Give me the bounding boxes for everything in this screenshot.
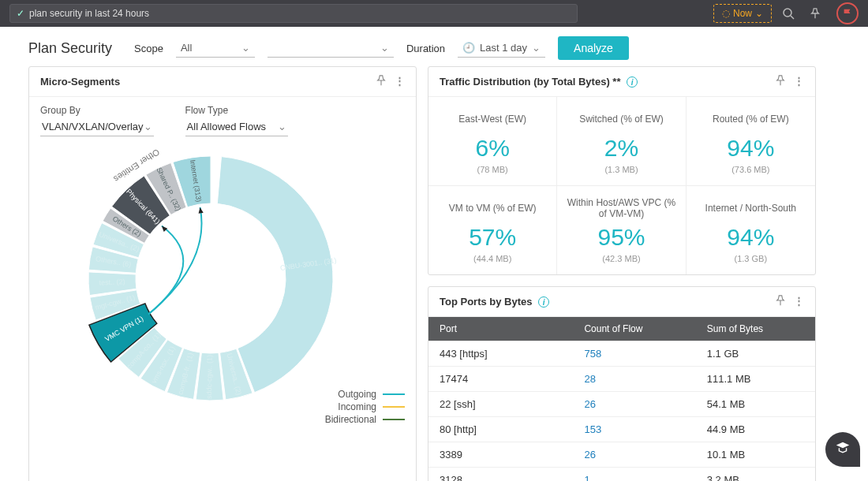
- pin-icon[interactable]: [775, 75, 786, 88]
- duration-select[interactable]: 🕘 Last 1 day ⌄: [458, 39, 545, 58]
- table-row[interactable]: 312813.2 MB: [428, 468, 815, 482]
- duration-label: Duration: [406, 43, 445, 54]
- line-icon: [383, 393, 405, 395]
- chevron-down-icon: ⌄: [144, 121, 152, 132]
- metric-sub: (44.4 MB): [436, 254, 548, 263]
- group-by-value: VLAN/VXLAN/Overlay: [42, 121, 144, 132]
- now-label: Now: [733, 8, 752, 19]
- spinner-icon: ◌: [722, 8, 730, 19]
- port-cell: 80 [http]: [428, 417, 573, 442]
- metric-cell[interactable]: Within Host/AWS VPC (% of VM-VM)95%(42.3…: [557, 186, 686, 274]
- table-row[interactable]: 443 [https]7581.1 GB: [428, 341, 815, 367]
- metric-label: East-West (EW): [436, 108, 548, 130]
- page-title: Plan Security: [28, 40, 112, 57]
- toolbar: Plan Security Scope All ⌄ ⌄ Duration 🕘 L…: [0, 27, 868, 66]
- metric-label: Internet / North-South: [694, 197, 807, 219]
- search-icon[interactable]: [778, 3, 799, 24]
- metric-label: Switched (% of EW): [565, 108, 677, 130]
- chord-chart[interactable]: CNBU-3001.. (31)Universa.. (2)sddc-cgw..…: [29, 136, 416, 428]
- table-row[interactable]: 80 [http]15344.9 MB: [428, 417, 815, 442]
- card-header: Top Ports by Bytes i ⋮: [428, 287, 815, 317]
- more-icon[interactable]: ⋮: [794, 75, 804, 88]
- svg-line-1: [791, 16, 794, 19]
- pin-icon[interactable]: [376, 75, 387, 88]
- analyze-button[interactable]: Analyze: [558, 36, 629, 60]
- metric-cell[interactable]: Routed (% of EW)94%(73.6 MB): [687, 97, 815, 186]
- metric-value: 94%: [694, 224, 807, 251]
- count-cell[interactable]: 26: [573, 442, 695, 468]
- group-by-label: Group By: [40, 105, 154, 116]
- metric-sub: (1.3 GB): [694, 254, 807, 263]
- chevron-down-icon: ⌄: [278, 121, 286, 132]
- chord-legend: Outgoing Incoming Bidirectional: [325, 389, 405, 427]
- flow-type-select[interactable]: All Allowed Flows ⌄: [185, 117, 288, 136]
- line-icon: [383, 406, 405, 408]
- search-input[interactable]: ✓ plan security in last 24 hours: [9, 4, 578, 23]
- arrow-icon: [162, 226, 167, 232]
- info-icon[interactable]: i: [627, 76, 638, 88]
- segment-controls: Group By VLAN/VXLAN/Overlay ⌄ Flow Type …: [29, 97, 416, 136]
- port-cell: 17474: [428, 367, 573, 392]
- flow-type-label: Flow Type: [185, 105, 288, 116]
- flow-type-value: All Allowed Flows: [187, 121, 266, 132]
- chord-ribbon: [148, 226, 183, 314]
- metric-value: 6%: [436, 135, 548, 162]
- legend-bidirectional: Bidirectional: [325, 414, 376, 425]
- table-header[interactable]: Port: [428, 317, 573, 341]
- metric-cell[interactable]: Switched (% of EW)2%(1.3 MB): [557, 97, 686, 186]
- scope-secondary-select[interactable]: ⌄: [268, 39, 394, 58]
- ports-title-text: Top Ports by Bytes: [440, 296, 533, 308]
- port-cell: 3389: [428, 442, 573, 468]
- alert-flag-icon[interactable]: [836, 2, 859, 24]
- ports-table: PortCount of FlowSum of Bytes 443 [https…: [428, 317, 815, 481]
- card-title: Traffic Distribution (by Total Bytes) **…: [440, 76, 775, 88]
- table-header[interactable]: Sum of Bytes: [696, 317, 815, 341]
- help-fab[interactable]: [825, 432, 860, 467]
- svg-point-0: [784, 9, 791, 17]
- count-cell[interactable]: 28: [573, 367, 695, 392]
- info-icon[interactable]: i: [538, 296, 549, 308]
- table-row[interactable]: 22 [ssh]2654.1 MB: [428, 392, 815, 417]
- metric-sub: (42.3 MB): [565, 254, 677, 263]
- time-now-button[interactable]: ◌ Now ⌄: [713, 4, 772, 23]
- table-header[interactable]: Count of Flow: [573, 317, 695, 341]
- legend-outgoing: Outgoing: [338, 389, 376, 400]
- metric-label: Routed (% of EW): [694, 108, 807, 130]
- bytes-cell: 111.1 MB: [696, 367, 815, 392]
- count-cell[interactable]: 153: [573, 417, 695, 442]
- traffic-distribution-card: Traffic Distribution (by Total Bytes) **…: [428, 66, 816, 275]
- bytes-cell: 54.1 MB: [696, 392, 815, 417]
- group-by-select[interactable]: VLAN/VXLAN/Overlay ⌄: [40, 117, 154, 136]
- card-title: Micro-Segments: [40, 76, 376, 88]
- metrics-grid: East-West (EW)6%(78 MB)Switched (% of EW…: [428, 97, 815, 274]
- table-row[interactable]: 33892610.1 MB: [428, 442, 815, 468]
- metric-cell[interactable]: Internet / North-South94%(1.3 GB): [687, 186, 815, 274]
- line-icon: [383, 419, 405, 420]
- count-cell[interactable]: 26: [573, 392, 695, 417]
- pin-icon[interactable]: [775, 295, 786, 308]
- port-cell: 22 [ssh]: [428, 392, 573, 417]
- metric-value: 94%: [694, 135, 807, 162]
- bytes-cell: 10.1 MB: [696, 442, 815, 468]
- scope-select[interactable]: All ⌄: [176, 39, 255, 58]
- more-icon[interactable]: ⋮: [395, 75, 405, 88]
- count-cell[interactable]: 1: [573, 468, 695, 482]
- chevron-down-icon: ⌄: [241, 42, 250, 54]
- table-row[interactable]: 1747428111.1 MB: [428, 367, 815, 392]
- bytes-cell: 3.2 MB: [696, 468, 815, 482]
- metric-cell[interactable]: East-West (EW)6%(78 MB): [428, 97, 557, 186]
- more-icon[interactable]: ⋮: [794, 295, 804, 308]
- pin-icon[interactable]: [805, 3, 825, 24]
- content: Micro-Segments ⋮ Group By VLAN/VXLAN/Ove…: [0, 66, 868, 481]
- metric-sub: (1.3 MB): [565, 165, 677, 174]
- card-header: Traffic Distribution (by Total Bytes) **…: [428, 67, 815, 97]
- metric-cell[interactable]: VM to VM (% of EW)57%(44.4 MB): [428, 186, 557, 274]
- bytes-cell: 1.1 GB: [696, 341, 815, 367]
- count-cell[interactable]: 758: [573, 341, 695, 367]
- metric-sub: (73.6 MB): [694, 165, 807, 174]
- port-cell: 443 [https]: [428, 341, 573, 367]
- chevron-down-icon: ⌄: [380, 42, 389, 54]
- metric-value: 57%: [436, 224, 548, 251]
- duration-value: Last 1 day: [480, 42, 527, 54]
- metric-label: Within Host/AWS VPC (% of VM-VM): [565, 197, 677, 219]
